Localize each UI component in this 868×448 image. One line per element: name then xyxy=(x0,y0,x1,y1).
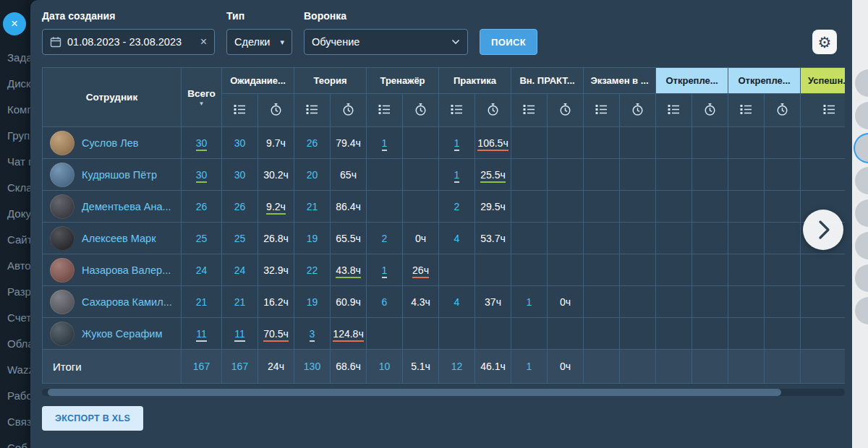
employee-name-link[interactable]: Жуков Серафим xyxy=(82,328,162,340)
user-avatar[interactable] xyxy=(855,69,868,97)
next-slide-button[interactable] xyxy=(803,210,843,250)
employee-name-link[interactable]: Суслов Лев xyxy=(82,137,139,149)
sidebar-item[interactable]: Диск xyxy=(0,71,30,97)
sidebar-item[interactable]: Чат г xyxy=(0,149,30,175)
scrollbar-thumb[interactable] xyxy=(48,389,781,396)
subcolumn-header xyxy=(331,94,367,127)
chevron-right-icon xyxy=(803,210,843,250)
count-cell xyxy=(511,191,548,223)
sidebar-item[interactable]: Авто xyxy=(0,253,30,279)
count-cell xyxy=(367,191,403,223)
subcolumn-header xyxy=(765,94,801,127)
right-strip xyxy=(852,0,868,448)
column-header-employee[interactable]: Сотрудник xyxy=(43,68,182,127)
sidebar-item[interactable]: Комп xyxy=(0,97,30,123)
horizontal-scrollbar[interactable] xyxy=(42,389,845,396)
column-header-total[interactable]: Всего▼ xyxy=(182,68,222,127)
ordered-list-icon xyxy=(667,103,681,116)
ordered-list-icon xyxy=(305,103,319,116)
column-group-header: Успешн... xyxy=(801,68,845,94)
count-cell: 19 xyxy=(294,223,331,254)
sidebar-item[interactable]: Рабо xyxy=(0,383,30,409)
user-avatar[interactable] xyxy=(855,167,868,194)
count-cell xyxy=(728,350,765,384)
employee-name-link[interactable]: Дементьева Ана... xyxy=(82,201,171,212)
employee-row: Жуков Серафим111170.5ч3124.8ч xyxy=(43,318,846,350)
employee-cell: Жуков Серафим xyxy=(43,318,182,350)
sidebar-item[interactable]: Скла xyxy=(0,175,30,201)
user-avatar[interactable] xyxy=(855,297,868,324)
sidebar-item[interactable]: Обла xyxy=(0,331,30,357)
count-cell xyxy=(367,318,403,350)
avatar xyxy=(50,226,75,251)
date-range-input[interactable]: 01.08.2023 - 23.08.2023 × xyxy=(42,29,215,55)
count-cell: 24 xyxy=(182,254,222,286)
hours-cell: 46.1ч xyxy=(475,350,511,384)
count-cell xyxy=(801,254,845,286)
sidebar-item[interactable]: Соб xyxy=(0,435,30,448)
avatar xyxy=(50,194,75,219)
employee-row: Назарова Валер...242432.9ч2243.8ч126ч xyxy=(43,254,846,286)
subcolumn-header xyxy=(584,94,620,127)
employee-name-link[interactable]: Алексеев Марк xyxy=(82,233,156,244)
hours-cell xyxy=(692,127,728,159)
employee-cell: Назарова Валер... xyxy=(43,254,182,286)
count-cell: 26 xyxy=(222,191,258,223)
employee-name-link[interactable]: Кудряшов Пётр xyxy=(82,169,157,181)
sidebar-item[interactable]: Зада xyxy=(0,45,30,71)
sidebar-item[interactable]: Связ xyxy=(0,409,30,435)
sidebar-item[interactable]: Груп xyxy=(0,123,30,149)
employee-name-link[interactable]: Сахарова Камил... xyxy=(82,296,172,308)
sidebar-item[interactable]: Wazz xyxy=(0,357,30,383)
clear-date-icon[interactable]: × xyxy=(200,35,207,48)
stopwatch-icon xyxy=(775,103,789,116)
count-cell: 30 xyxy=(182,127,222,159)
count-cell xyxy=(728,127,765,159)
hours-cell xyxy=(765,318,801,350)
subcolumn-header xyxy=(511,94,548,127)
calendar-icon xyxy=(50,36,61,48)
subcolumn-header xyxy=(548,94,584,127)
close-slider-button[interactable]: × xyxy=(3,12,26,35)
hours-cell: 53.7ч xyxy=(475,223,511,254)
hours-cell: 16.2ч xyxy=(258,286,294,318)
hours-cell xyxy=(620,191,656,223)
count-cell: 1 xyxy=(511,350,548,384)
hours-cell xyxy=(548,159,584,191)
user-avatar[interactable] xyxy=(855,134,868,162)
employee-name-link[interactable]: Назарова Валер... xyxy=(82,264,171,276)
ordered-list-icon xyxy=(450,103,464,116)
count-cell: 1 xyxy=(511,286,548,318)
employee-row: Сахарова Камил...212116.2ч1960.9ч64.3ч43… xyxy=(43,286,846,318)
hours-cell: 9.2ч xyxy=(258,191,294,223)
hours-cell xyxy=(692,223,728,254)
sidebar-item[interactable]: Доку xyxy=(0,201,30,227)
chevron-down-icon: ▾ xyxy=(280,38,284,47)
export-xls-button[interactable]: ЭКСПОРТ В XLS xyxy=(42,406,143,431)
hours-cell: 124.8ч xyxy=(331,318,367,350)
user-avatar[interactable] xyxy=(855,199,868,227)
settings-button[interactable]: ⚙ xyxy=(812,30,837,54)
sidebar-item[interactable]: Сайт xyxy=(0,227,30,253)
sidebar-item[interactable]: Разр xyxy=(0,279,30,305)
count-cell xyxy=(728,318,765,350)
user-avatar[interactable] xyxy=(855,232,868,259)
subcolumn-header xyxy=(620,94,656,127)
sidebar-item[interactable]: Счет xyxy=(0,305,30,331)
funnel-select[interactable]: Обучение xyxy=(304,29,468,55)
user-avatar[interactable] xyxy=(855,102,868,129)
hours-cell: 32.9ч xyxy=(258,254,294,286)
count-cell: 26 xyxy=(294,127,331,159)
user-avatar[interactable] xyxy=(855,264,868,292)
avatar xyxy=(50,131,75,155)
hours-cell: 5.1ч xyxy=(403,350,439,384)
search-button[interactable]: ПОИСК xyxy=(480,29,537,55)
hours-cell: 0ч xyxy=(548,350,584,384)
count-cell: 30 xyxy=(222,159,258,191)
date-filter-label: Дата создания xyxy=(42,10,115,22)
column-group-header: Вн. ПРАКТ... xyxy=(511,68,584,94)
count-cell: 1 xyxy=(367,127,403,159)
stopwatch-icon xyxy=(703,103,717,116)
type-select[interactable]: Сделки ▾ xyxy=(226,29,292,55)
hours-cell xyxy=(403,191,439,223)
